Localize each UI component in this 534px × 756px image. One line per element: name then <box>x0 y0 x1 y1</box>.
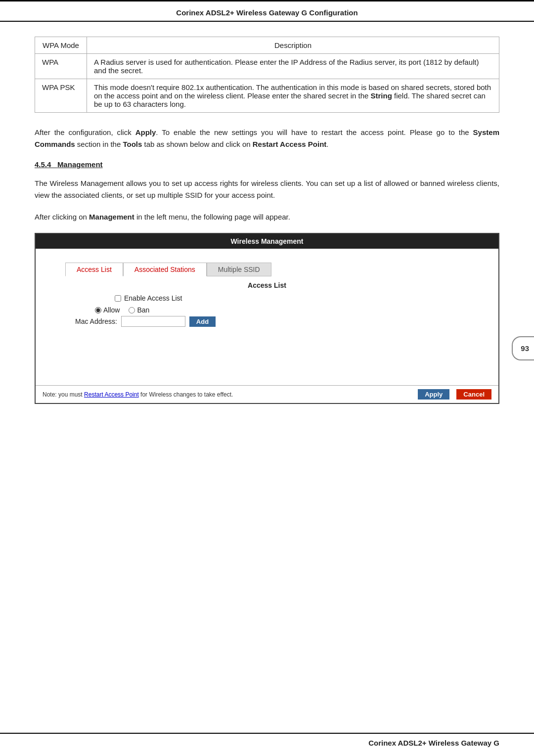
wm-section-title: Access List <box>55 281 479 289</box>
footer-title: Corinex ADSL2+ Wireless Gateway G <box>0 734 534 756</box>
p1-text1: After the configuration, click <box>35 128 135 136</box>
enable-access-list-checkbox[interactable] <box>115 295 121 302</box>
p1-text3: section in the <box>75 140 123 148</box>
enable-access-list-label: Enable Access List <box>124 294 182 302</box>
paragraph3: After clicking on Management in the left… <box>35 211 499 223</box>
section-number: 4.5.4 <box>35 160 57 169</box>
tab-access-list[interactable]: Access List <box>65 263 123 276</box>
tab-associated-stations[interactable]: Associated Stations <box>123 263 207 276</box>
wm-footer-text: Note: you must Restart Access Point for … <box>43 391 413 398</box>
wm-body: Access List Enable Access List Allow <box>36 276 498 385</box>
paragraph1: After the configuration, click Apply. To… <box>35 127 499 150</box>
p1-apply-bold: Apply <box>135 128 156 136</box>
section-title: Management <box>57 160 103 169</box>
wm-title-bar: Wireless Management <box>36 234 498 249</box>
page-number: 93 <box>512 336 534 360</box>
mac-address-input[interactable] <box>121 316 185 327</box>
tab-multiple-ssid[interactable]: Multiple SSID <box>207 263 271 276</box>
table-col1-header: WPA Mode <box>35 37 87 54</box>
add-button[interactable]: Add <box>189 316 216 327</box>
p3-text1: After clicking on <box>35 213 89 221</box>
footer-note2: for Wireless changes to take effect. <box>139 391 233 398</box>
ban-radio[interactable] <box>129 307 135 313</box>
allow-radio[interactable] <box>95 307 101 313</box>
restart-access-point-link[interactable]: Restart Access Point <box>84 391 139 398</box>
ban-label: Ban <box>137 306 149 314</box>
enable-access-list-row: Enable Access List <box>115 294 479 302</box>
p1-tools-bold: Tools <box>123 140 142 148</box>
apply-button[interactable]: Apply <box>418 389 449 400</box>
cancel-button[interactable]: Cancel <box>456 389 491 400</box>
ban-radio-label[interactable]: Ban <box>129 306 149 314</box>
wpa-table: WPA Mode Description WPA A Radius server… <box>35 37 499 113</box>
header-title: Corinex ADSL2+ Wireless Gateway G Config… <box>0 4 534 21</box>
wpa-desc-cell: A Radius server is used for authenticati… <box>87 54 499 79</box>
p1-text5: . <box>326 140 328 148</box>
mac-address-row: Mac Address: Add <box>75 316 479 327</box>
p1-text2: . To enable the new settings you will ha… <box>156 128 473 136</box>
p3-management-bold: Management <box>89 213 134 221</box>
p1-restart-bold: Restart Access Point <box>253 140 327 148</box>
table-row: WPA PSK This mode doesn't require 802.1x… <box>35 79 499 113</box>
allow-radio-label[interactable]: Allow <box>95 306 120 314</box>
wm-tabs-row: Access List Associated Stations Multiple… <box>36 255 498 276</box>
section-heading: 4.5.4 Management <box>35 160 499 169</box>
mac-address-label: Mac Address: <box>75 317 117 325</box>
footer-note1: Note: you must <box>43 391 84 398</box>
p1-text4: tab as shown below and click on <box>142 140 252 148</box>
table-row: WPA A Radius server is used for authenti… <box>35 54 499 79</box>
p3-text2: in the left menu, the following page wil… <box>134 213 290 221</box>
wpapsk-mode-cell: WPA PSK <box>35 79 87 113</box>
wireless-management-widget: Wireless Management Access List Associat… <box>35 233 499 404</box>
wpa-mode-cell: WPA <box>35 54 87 79</box>
allow-ban-radio-group: Allow Ban <box>95 306 479 314</box>
wpapsk-string-bold: String <box>371 91 392 100</box>
allow-label: Allow <box>103 306 120 314</box>
paragraph2: The Wireless Management allows you to se… <box>35 178 499 201</box>
table-col2-header: Description <box>87 37 499 54</box>
wpapsk-desc-cell: This mode doesn't require 802.1x authent… <box>87 79 499 113</box>
wm-footer: Note: you must Restart Access Point for … <box>36 385 498 403</box>
